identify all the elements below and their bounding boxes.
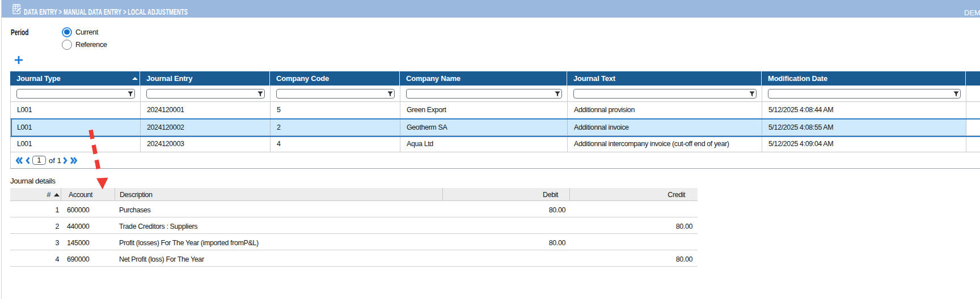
data-entry-grid-edit-icon [12, 4, 22, 14]
period-label: Period [11, 28, 28, 36]
radio-option-current[interactable]: Current [62, 27, 98, 37]
pager-of-label: of [49, 156, 55, 165]
filter-journal-entry-input[interactable] [149, 89, 231, 99]
column-header-journal-text[interactable]: Journal Text [567, 71, 762, 86]
detail-row-2[interactable]: 2 440000 Trade Creditors : Suppliers 80.… [10, 217, 698, 234]
journal-details-title: Journal details [10, 177, 56, 185]
column-header-company-code[interactable]: Company Code [270, 71, 400, 86]
journals-pager: 1 of 1 [10, 152, 980, 169]
filter-modification-date-input[interactable] [771, 89, 905, 99]
column-header-credit[interactable]: Credit [570, 188, 698, 200]
journal-row-3[interactable]: L001 2024120003 4 Aqua Ltd Additionnal i… [10, 137, 980, 152]
detail-row-1[interactable]: 1 600000 Purchases 80.00 [10, 201, 698, 217]
radio-reference-label: Reference [75, 40, 107, 50]
column-header-debit[interactable]: Debit [443, 188, 570, 200]
breadcrumb: DATA ENTRY > MANUAL DATA ENTRY > LOCAL A… [24, 8, 188, 16]
filter-journal-entry[interactable] [146, 89, 265, 99]
journal-row-1[interactable]: L001 2024120001 5 Green Export Additionn… [10, 102, 980, 118]
user-label: DEMO [964, 9, 980, 16]
journal-details-header-row: # Account Description Debit Credit [10, 188, 698, 201]
filter-modification-date[interactable] [768, 89, 961, 99]
filter-funnel-icon[interactable] [555, 91, 560, 97]
filter-company-code-input[interactable] [279, 89, 361, 99]
detail-row-3[interactable]: 3 145000 Profit (losses) For The Year (i… [10, 234, 698, 250]
filter-company-name-input[interactable] [409, 89, 517, 99]
pager-total-pages: 1 [57, 156, 61, 165]
add-journal-button[interactable] [14, 55, 23, 65]
sort-ascending-icon [132, 77, 138, 80]
detail-row-4[interactable]: 4 690000 Net Profit (loss) For The Year … [10, 250, 698, 267]
app-header: DATA ENTRY > MANUAL DATA ENTRY > LOCAL A… [2, 0, 980, 18]
pager-first-icon[interactable] [16, 157, 23, 164]
journals-table: Journal Type Journal Entry Company Code … [10, 71, 980, 169]
radio-current-icon[interactable] [62, 27, 72, 37]
journals-filter-row [10, 86, 980, 102]
journals-header-row: Journal Type Journal Entry Company Code … [10, 71, 980, 86]
filter-journal-text[interactable] [573, 89, 757, 99]
pager-last-icon[interactable] [70, 157, 77, 164]
filter-funnel-icon[interactable] [257, 91, 263, 97]
content-frame-border [1, 0, 2, 299]
pager-next-icon[interactable] [63, 157, 67, 164]
column-header-account[interactable]: Account [61, 188, 115, 200]
pager-previous-icon[interactable] [26, 157, 30, 164]
column-header-journal-entry[interactable]: Journal Entry [140, 71, 270, 86]
radio-reference-icon[interactable] [62, 40, 72, 50]
filter-funnel-icon[interactable] [953, 91, 959, 97]
filter-journal-text-input[interactable] [576, 89, 704, 99]
radio-current-label: Current [75, 27, 98, 37]
column-header-description[interactable]: Description [115, 188, 443, 200]
filter-journal-type[interactable] [16, 89, 135, 99]
sort-ascending-icon [54, 193, 60, 197]
column-header-cutoff [966, 71, 980, 86]
pager-page-input[interactable]: 1 [32, 156, 46, 165]
journal-row-2-selected[interactable]: L001 2024120002 2 Geotherm SA Additionna… [10, 118, 980, 137]
column-header-journal-type[interactable]: Journal Type [10, 71, 140, 86]
filter-company-code[interactable] [276, 89, 395, 99]
filter-company-name[interactable] [406, 89, 562, 99]
column-header-num[interactable]: # [10, 188, 61, 200]
filter-journal-type-input[interactable] [19, 89, 102, 99]
filter-funnel-icon[interactable] [128, 91, 133, 97]
journal-details-table: # Account Description Debit Credit 1 600… [10, 188, 698, 267]
filter-funnel-icon[interactable] [749, 91, 755, 97]
filter-funnel-icon[interactable] [387, 91, 393, 97]
column-header-modification-date[interactable]: Modification Date [762, 71, 966, 86]
radio-option-reference[interactable]: Reference [62, 40, 107, 50]
column-header-company-name[interactable]: Company Name [400, 71, 567, 86]
